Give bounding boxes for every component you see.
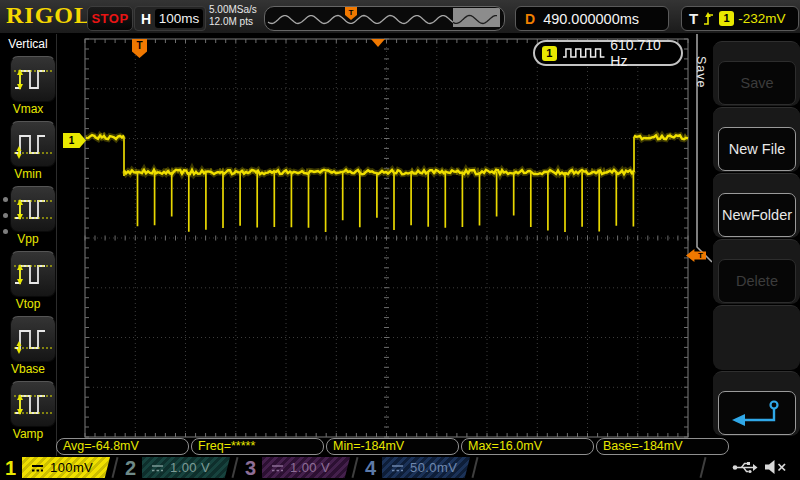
menu-item-vtop[interactable]: Vtop	[0, 251, 56, 314]
measurement-freq: Freq=*****	[191, 438, 324, 455]
measurement-min: Min=-184mV	[326, 438, 459, 455]
rigol-logo: RIGOL	[6, 2, 91, 29]
measurement-base: Base=-184mV	[596, 438, 729, 455]
measurement-avg: Avg=-64.8mV	[56, 438, 189, 455]
channel4-scale: 50.0mV	[410, 460, 457, 475]
channel1-number: 1	[5, 456, 16, 480]
graticule-and-waveform	[0, 0, 800, 480]
menu-item-vamp[interactable]: Vamp	[0, 381, 56, 444]
speaker-muted-icon	[764, 459, 788, 475]
frequency-value: 610.710 Hz	[610, 37, 681, 69]
menu-title: Vertical	[0, 37, 56, 51]
memory-depth: 12.0M pts	[209, 16, 257, 28]
horizontal-label: H	[141, 11, 151, 27]
channel4-number: 4	[365, 456, 376, 480]
channel3-tab[interactable]: 1.00 V	[262, 457, 350, 478]
trigger-label: T	[689, 10, 698, 27]
channel-status-bar: 1 100mV 2 1.00 V 3 1.00 V	[0, 456, 800, 480]
return-arrow-icon	[722, 396, 792, 430]
sample-rate: 5.00MSa/s	[209, 4, 257, 16]
menu-item-vpp[interactable]: Vpp	[0, 186, 56, 249]
softkey-panel: Save New File NewFolder Delete	[712, 33, 800, 456]
menu-item-vbase[interactable]: Vbase	[0, 316, 56, 379]
dc-coupling-icon	[391, 463, 404, 473]
menu-page-indicator	[3, 197, 8, 234]
rising-edge-icon	[702, 11, 715, 27]
timebase-value: 100ms	[155, 9, 203, 28]
save-button[interactable]: Save	[718, 61, 796, 105]
channel2-scale: 1.00 V	[170, 460, 210, 475]
delete-button[interactable]: Delete	[718, 259, 796, 303]
back-button[interactable]	[718, 391, 796, 435]
measurement-results-bar: Avg=-64.8mV Freq=***** Min=-184mV Max=16…	[56, 438, 729, 455]
new-file-button[interactable]: New File	[718, 127, 796, 171]
horizontal-timebase-box[interactable]: H 100ms	[134, 6, 206, 31]
trigger-level-value: -232mV	[738, 11, 785, 26]
channel2-tab[interactable]: 1.00 V	[142, 457, 230, 478]
channel1-scale: 100mV	[50, 460, 93, 475]
channel3-scale: 1.00 V	[290, 460, 330, 475]
oscilloscope-screen: RIGOL STOP H 100ms 5.00MSa/s 12.0M pts T…	[0, 0, 800, 480]
menu-tab-save: Save	[694, 56, 708, 89]
trigger-source-badge: 1	[719, 11, 734, 26]
channel4-tab[interactable]: 50.0mV	[382, 457, 470, 478]
dc-coupling-icon	[31, 463, 44, 473]
delay-value: 490.000000ms	[543, 11, 639, 27]
dc-coupling-icon	[271, 463, 284, 473]
frequency-counter: 1 610.710 Hz	[533, 40, 683, 66]
svg-text:T: T	[349, 8, 354, 17]
counter-channel-badge: 1	[542, 46, 557, 61]
dc-coupling-icon	[151, 463, 164, 473]
new-folder-button[interactable]: NewFolder	[718, 193, 796, 237]
delay-readout[interactable]: D 490.000000ms	[515, 6, 669, 31]
channel3-number: 3	[245, 456, 256, 480]
acquisition-info: 5.00MSa/s 12.0M pts	[209, 4, 257, 28]
status-bar: RIGOL STOP H 100ms 5.00MSa/s 12.0M pts T…	[0, 0, 800, 34]
menu-item-vmin[interactable]: Vmin	[0, 121, 56, 184]
run-state-badge[interactable]: STOP	[87, 6, 133, 31]
memory-position-bar[interactable]: T	[264, 6, 505, 31]
channel1-tab[interactable]: 100mV	[22, 457, 110, 478]
square-wave-icon	[562, 45, 605, 61]
record-waveform-preview-icon: T	[265, 7, 502, 28]
usb-icon	[732, 460, 758, 475]
channel2-number: 2	[125, 456, 136, 480]
measurement-max: Max=16.0mV	[461, 438, 594, 455]
trigger-readout[interactable]: T 1 -232mV	[681, 6, 799, 31]
measure-menu-panel: Vertical Vmax Vmin Vpp Vtop Vbase	[0, 33, 57, 456]
delay-label: D	[525, 11, 535, 27]
menu-item-vmax[interactable]: Vmax	[0, 56, 56, 119]
